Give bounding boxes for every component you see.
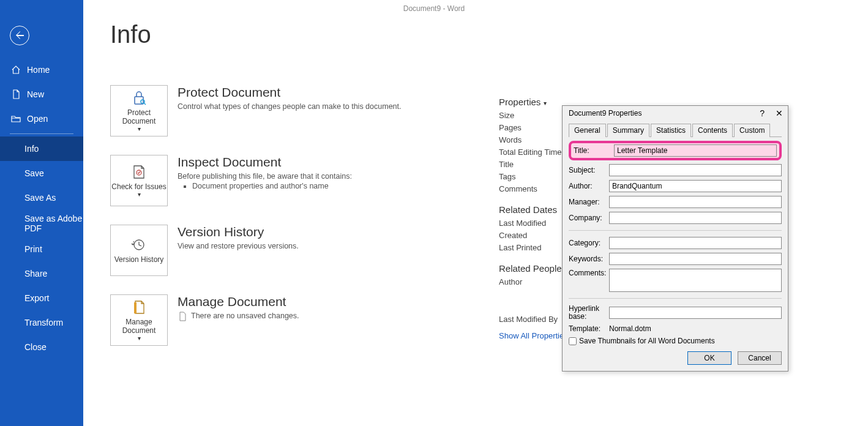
section-text: Manage Document There are no unsaved cha… <box>178 294 299 321</box>
sidebar-item-open[interactable]: Open <box>0 106 83 131</box>
company-label: Company: <box>569 214 609 222</box>
sidebar-item-home[interactable]: Home <box>0 58 83 82</box>
prop-title: Title <box>499 160 568 169</box>
sidebar-label: Open <box>27 114 48 124</box>
properties-heading[interactable]: Properties ▾ <box>499 97 568 107</box>
section-description: Before publishing this file, be aware th… <box>178 172 352 181</box>
page-title: Info <box>110 21 841 48</box>
save-thumbnails-label: Save Thumbnails for All Word Documents <box>579 337 715 345</box>
sidebar-item-print[interactable]: Print <box>0 237 83 261</box>
separator <box>10 133 73 134</box>
tab-statistics[interactable]: Statistics <box>651 124 691 137</box>
subject-label: Subject: <box>569 166 609 174</box>
company-input[interactable] <box>609 212 782 224</box>
dialog-titlebar: Document9 Properties ? ✕ <box>563 106 788 121</box>
manager-label: Manager: <box>569 198 609 206</box>
tab-general[interactable]: General <box>569 124 606 137</box>
keywords-input[interactable] <box>609 253 782 265</box>
chevron-down-icon: ▾ <box>138 191 141 198</box>
sidebar-item-new[interactable]: New <box>0 82 83 106</box>
section-description: There are no unsaved changes. <box>178 312 299 321</box>
dialog-tabs: General Summary Statistics Contents Cust… <box>563 121 788 136</box>
sidebar-item-info[interactable]: Info <box>0 136 83 161</box>
prop-last-modified-by: Last Modified By <box>499 315 568 324</box>
hyperlink-base-input[interactable] <box>609 307 782 319</box>
section-text: Version History View and restore previou… <box>178 225 299 250</box>
check-for-issues-button[interactable]: Check for Issues▾ <box>110 155 168 206</box>
section-heading: Protect Document <box>178 85 402 100</box>
tab-contents[interactable]: Contents <box>692 124 733 137</box>
prop-editing-time: Total Editing Time <box>499 148 568 157</box>
chevron-down-icon: ▾ <box>544 100 547 106</box>
tab-custom[interactable]: Custom <box>734 124 770 137</box>
prop-author: Author <box>499 277 568 286</box>
sidebar-item-save-adobe-pdf[interactable]: Save as Adobe PDF <box>0 210 83 237</box>
ok-button[interactable]: OK <box>687 351 731 365</box>
subject-input[interactable] <box>609 164 782 176</box>
sidebar-item-transform[interactable]: Transform <box>0 310 83 335</box>
prop-comments: Comments <box>499 184 568 193</box>
title-input[interactable] <box>614 144 777 157</box>
cancel-button[interactable]: Cancel <box>738 351 782 365</box>
sidebar-item-export[interactable]: Export <box>0 286 83 310</box>
category-label: Category: <box>569 239 609 247</box>
sidebar-label: Save <box>24 168 44 178</box>
separator <box>569 298 782 299</box>
related-dates-heading: Related Dates <box>499 204 568 215</box>
category-input[interactable] <box>609 237 782 249</box>
section-heading: Manage Document <box>178 294 299 309</box>
lock-icon <box>130 90 148 106</box>
prop-last-printed: Last Printed <box>499 243 568 252</box>
help-icon[interactable]: ? <box>760 108 765 118</box>
comments-label: Comments: <box>569 269 609 277</box>
back-icon[interactable] <box>10 26 29 45</box>
dialog-title-text: Document9 Properties <box>569 109 642 118</box>
chevron-down-icon: ▾ <box>138 125 141 132</box>
button-label: Protect Document <box>111 108 167 125</box>
home-icon <box>11 65 21 75</box>
sidebar-item-save[interactable]: Save <box>0 161 83 185</box>
prop-words: Words <box>499 135 568 144</box>
sidebar-label: New <box>27 89 44 99</box>
sidebar-label: Save as Adobe PDF <box>24 214 83 233</box>
button-label: Manage Document <box>111 318 167 335</box>
file-icon <box>11 89 21 99</box>
comments-input[interactable] <box>609 269 782 292</box>
prop-pages: Pages <box>499 123 568 132</box>
sidebar: Home New Open Info Save Save As Save as … <box>0 0 83 426</box>
separator <box>569 230 782 231</box>
sidebar-label: Info <box>24 144 39 154</box>
close-icon[interactable]: ✕ <box>776 108 783 118</box>
manager-input[interactable] <box>609 196 782 208</box>
protect-document-button[interactable]: Protect Document▾ <box>110 85 168 136</box>
keywords-label: Keywords: <box>569 255 609 263</box>
version-history-button[interactable]: Version History <box>110 225 168 276</box>
inspect-bullet: Document properties and author's name <box>192 182 352 190</box>
sidebar-label: Transform <box>24 318 63 327</box>
template-value: Normal.dotm <box>609 324 651 333</box>
author-input[interactable] <box>609 180 782 192</box>
sidebar-item-close[interactable]: Close <box>0 335 83 359</box>
button-label: Check for Issues <box>111 182 166 191</box>
document-small-icon <box>178 312 187 321</box>
sidebar-label: Print <box>24 244 42 254</box>
sidebar-label: Export <box>24 293 49 303</box>
svg-rect-4 <box>134 302 137 313</box>
tab-summary[interactable]: Summary <box>607 124 649 137</box>
section-description: View and restore previous versions. <box>178 242 299 250</box>
properties-panel: Properties ▾ Size Pages Words Total Edit… <box>499 97 568 340</box>
section-text: Inspect Document Before publishing this … <box>178 155 352 190</box>
sidebar-label: Home <box>27 65 50 75</box>
sidebar-item-saveas[interactable]: Save As <box>0 185 83 210</box>
section-heading: Inspect Document <box>178 155 352 170</box>
sidebar-label: Share <box>24 269 47 278</box>
related-people-heading: Related People <box>499 263 568 274</box>
show-all-properties-link[interactable]: Show All Properties <box>499 331 568 340</box>
author-label: Author: <box>569 182 609 190</box>
title-field-highlight: Title: <box>569 141 782 160</box>
hyperlink-base-label: Hyperlink base: <box>569 305 609 321</box>
sidebar-item-share[interactable]: Share <box>0 261 83 286</box>
manage-document-button[interactable]: Manage Document▾ <box>110 294 168 346</box>
save-thumbnails-checkbox[interactable] <box>569 337 577 345</box>
section-text: Protect Document Control what types of c… <box>178 85 402 111</box>
